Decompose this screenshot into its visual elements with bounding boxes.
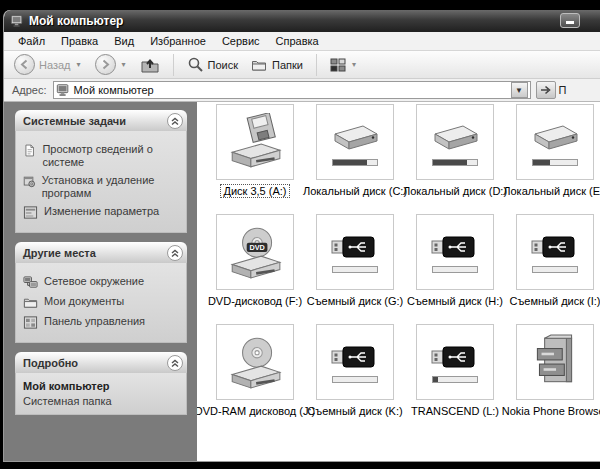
disk-usage-bar [432,376,478,383]
address-label: Адрес: [12,84,47,96]
dvd-ram-drive-icon [226,333,284,391]
main-area: Системные задачи Просмотр сведений о сис… [4,102,600,461]
panel-system-tasks: Системные задачи Просмотр сведений о сис… [15,110,187,233]
change-setting-icon [23,205,38,220]
menu-help[interactable]: Справка [268,33,327,49]
panel-system-tasks-header[interactable]: Системные задачи [15,110,187,131]
back-dropdown-icon[interactable]: ▾ [77,60,81,69]
folders-button[interactable]: Папки [246,55,307,75]
task-change-setting[interactable]: Изменение параметра [23,205,181,220]
folders-icon [250,57,268,73]
drive-label: Съемный диск (I:) [506,294,600,308]
collapse-button[interactable] [167,355,183,371]
panel-details-header[interactable]: Подробно [15,352,187,373]
drive-label: Съемный диск (K:) [304,404,405,418]
disk-usage-bar [432,159,478,166]
folders-label: Папки [272,59,303,71]
minimize-button[interactable] [560,13,580,28]
drive-label: Локальный диск (C:) [300,184,410,198]
back-label: Назад [39,59,71,71]
search-icon [187,56,204,73]
drive-tile-e[interactable]: Локальный диск (E:) [505,104,600,214]
computer-icon [10,14,24,28]
task-label: Установка и удаление программ [42,174,181,200]
my-documents-icon [23,295,38,310]
floppy-drive-icon [226,113,284,171]
go-label-partial: П [559,84,567,96]
drive-label: Съемный диск (G:) [304,294,407,308]
panel-title: Другие места [23,247,96,259]
usb-drive-icon [427,342,483,372]
panel-details: Подробно Мой компьютер Системная папка [15,352,187,415]
drive-tile-l[interactable]: TRANSCEND (L:) [405,324,505,434]
disk-usage-bar [532,159,578,166]
drive-tile-f[interactable]: DVD DVD-дисковод (F:) [205,214,305,324]
task-add-remove-programs[interactable]: Установка и удаление программ [23,174,181,200]
drive-grid: Диск 3,5 (А:) Локальный диск (C:) [205,104,600,434]
drive-label: Nokia Phone Browser [499,404,600,418]
address-input[interactable]: Мой компьютер ▼ [53,81,531,99]
minimize-glyph [566,21,574,24]
drive-tile-k[interactable]: Съемный диск (K:) [305,324,405,434]
menu-bar: Файл Правка Вид Избранное Сервис Справка [4,32,600,51]
forward-button[interactable]: ▾ [91,52,132,77]
views-dropdown-icon: ▾ [352,60,356,69]
title-bar[interactable]: Мой компьютер [4,10,600,32]
drive-tile-j[interactable]: DVD-RAM дисковод (J:) [205,324,305,434]
usb-drive-icon [327,342,383,372]
drive-tile-i[interactable]: Съемный диск (I:) [505,214,600,324]
my-computer-window: Мой компьютер Файл Правка Вид Избранное … [3,10,600,462]
forward-icon [95,54,116,75]
hard-disk-icon [527,119,583,155]
toolbar-separator [173,54,174,76]
menu-file[interactable]: Файл [10,33,53,49]
hard-disk-icon [427,119,483,155]
address-bar: Адрес: Мой компьютер ▼ П [4,79,600,102]
task-label: Изменение параметра [44,205,159,218]
toolbar: Назад ▾ ▾ Поиск [4,51,600,79]
back-button[interactable]: Назад ▾ [10,52,87,77]
disk-usage-bar [332,376,378,383]
drive-label: Локальный диск (E:) [500,184,600,198]
link-control-panel[interactable]: Панель управления [23,315,181,330]
drive-tile-c[interactable]: Локальный диск (C:) [305,104,405,214]
collapse-button[interactable] [167,245,183,261]
system-info-icon [23,143,36,158]
back-icon [14,54,35,75]
address-value: Мой компьютер [74,84,154,96]
svg-text:DVD: DVD [249,243,264,252]
task-pane-sidebar: Системные задачи Просмотр сведений о сис… [4,102,197,461]
views-icon [330,58,346,72]
add-remove-programs-icon [23,174,36,189]
panel-body: Мой компьютер Системная папка [15,373,187,415]
up-button[interactable] [136,54,164,76]
panel-title: Подробно [23,357,78,369]
link-label: Мои документы [44,295,124,308]
address-dropdown-button[interactable]: ▼ [511,82,528,98]
menu-view[interactable]: Вид [106,33,142,49]
computer-icon [56,83,70,97]
drive-tile-g[interactable]: Съемный диск (G:) [305,214,405,324]
menu-edit[interactable]: Правка [53,33,106,49]
panel-other-places-header[interactable]: Другие места [15,242,187,263]
link-my-documents[interactable]: Мои документы [23,295,181,310]
task-view-system-info[interactable]: Просмотр сведений о системе [23,143,181,169]
menu-favorites[interactable]: Избранное [142,33,214,49]
collapse-button[interactable] [167,113,183,129]
search-button[interactable]: Поиск [183,54,242,75]
panel-title: Системные задачи [23,115,126,127]
menu-tools[interactable]: Сервис [214,33,268,49]
link-label: Сетевое окружение [44,275,144,288]
drive-tile-a[interactable]: Диск 3,5 (А:) [205,104,305,214]
forward-dropdown-icon[interactable]: ▾ [122,60,126,69]
nokia-phone-browser-tile[interactable]: Nokia Phone Browser [505,324,600,434]
go-button[interactable] [536,81,556,99]
views-button[interactable]: ▾ [326,56,362,74]
task-label: Просмотр сведений о системе [42,143,181,169]
drive-tile-h[interactable]: Съемный диск (H:) [405,214,505,324]
window-title: Мой компьютер [29,14,123,28]
link-network-places[interactable]: Сетевое окружение [23,275,181,290]
screenshot-frame: Мой компьютер Файл Правка Вид Избранное … [0,0,600,469]
drive-tile-d[interactable]: Локальный диск (D:) [405,104,505,214]
panel-other-places: Другие места Сетевое ок [15,242,187,343]
